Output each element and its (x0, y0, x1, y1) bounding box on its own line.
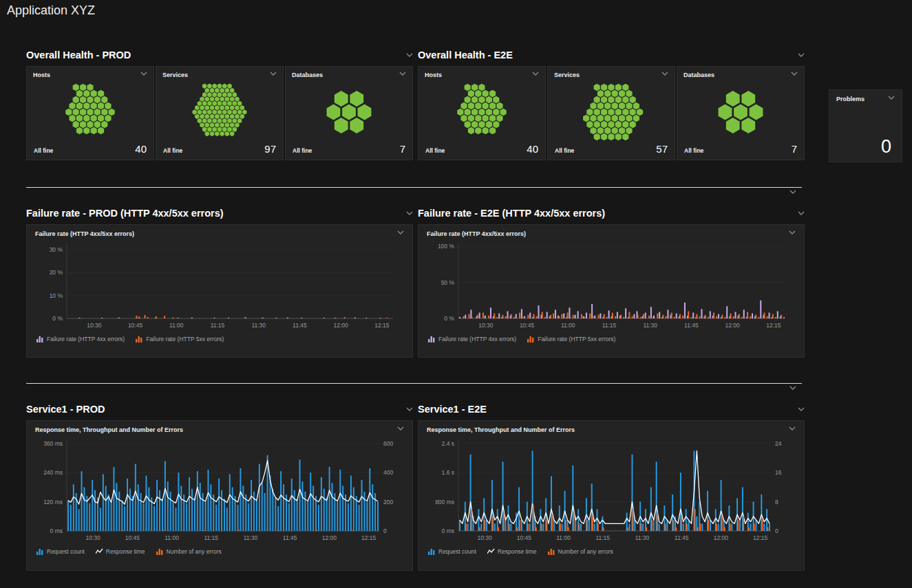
legend-bars-icon (548, 548, 555, 555)
divider (26, 383, 802, 393)
dashboard: Application XYZ Overall Health - PROD Ho… (0, 0, 912, 588)
section-title: Failure rate - PROD (HTTP 4xx/5xx errors… (26, 208, 224, 219)
tile-title: Databases (683, 72, 714, 78)
svg-text:0: 0 (775, 527, 778, 534)
legend-item[interactable]: Failure rate (HTTP 5xx errors) (136, 336, 224, 342)
svg-text:11:30: 11:30 (244, 534, 258, 541)
entity-count: 57 (656, 143, 668, 155)
chevron-down-icon[interactable] (397, 230, 404, 235)
legend-bars-icon (156, 548, 164, 555)
service-metrics-chart-tile[interactable]: Response time, Throughput and Number of … (26, 420, 413, 571)
chevron-down-icon[interactable] (789, 190, 796, 195)
legend-bars-icon (527, 336, 535, 342)
svg-text:20 %: 20 % (50, 269, 63, 276)
entity-count: 7 (792, 143, 797, 155)
hexagon-health-grid (683, 83, 798, 141)
chart-title: Failure rate (HTTP 4xx/5xx errors) (427, 230, 526, 237)
svg-text:10:30: 10:30 (87, 322, 102, 329)
legend-item[interactable]: Request count (36, 548, 85, 555)
chevron-down-icon[interactable] (406, 407, 413, 412)
chart-legend: Request countResponse timeNumber of any … (36, 548, 404, 555)
legend-item[interactable]: Failure rate (HTTP 5xx errors) (527, 336, 615, 342)
legend-item[interactable]: Response time (96, 548, 145, 555)
legend-item[interactable]: Number of any errors (548, 548, 613, 555)
svg-text:0 %: 0 % (444, 315, 454, 322)
legend-label: Failure rate (HTTP 5xx errors) (538, 336, 615, 342)
svg-text:12:15: 12:15 (766, 322, 781, 329)
status-label: All fine (555, 147, 574, 154)
failure-rate-chart-canvas[interactable]: 0 %10 %20 %30 %10:3010:4511:0011:1511:30… (35, 237, 404, 331)
status-label: All fine (163, 147, 182, 154)
service-metrics-chart-tile[interactable]: Response time, Throughput and Number of … (418, 420, 805, 571)
chevron-down-icon[interactable] (789, 230, 796, 235)
health-tile-hosts[interactable]: Hosts All fine 40 (26, 66, 154, 160)
legend-bars-icon (136, 336, 143, 342)
legend-item[interactable]: Failure rate (HTTP 4xx errors) (428, 336, 516, 342)
svg-text:10 %: 10 % (50, 292, 63, 299)
chevron-down-icon[interactable] (270, 72, 277, 76)
health-tile-databases[interactable]: Databases All fine 7 (285, 66, 413, 160)
chart-title: Response time, Throughput and Number of … (35, 426, 183, 433)
chevron-down-icon[interactable] (798, 53, 805, 58)
legend-line-icon (487, 548, 495, 555)
chevron-down-icon[interactable] (532, 72, 539, 76)
svg-text:11:00: 11:00 (556, 534, 571, 541)
service-metrics-chart-canvas[interactable]: 0 ms800 ms1.6 s2.4 s08162410:3010:4511:0… (427, 433, 796, 543)
legend-bars-icon (36, 548, 44, 555)
chevron-down-icon[interactable] (406, 53, 413, 58)
hexagon-health-grid (554, 83, 668, 141)
legend-item[interactable]: Failure rate (HTTP 4xx errors) (36, 336, 125, 342)
svg-text:120 ms: 120 ms (43, 499, 63, 505)
chevron-down-icon[interactable] (888, 96, 895, 100)
legend-item[interactable]: Response time (487, 548, 537, 555)
legend-label: Failure rate (HTTP 5xx errors) (146, 336, 224, 342)
service-metrics-chart-canvas[interactable]: 0 ms120 ms240 ms360 ms020040060010:3010:… (35, 433, 404, 543)
svg-text:11:15: 11:15 (211, 322, 225, 329)
svg-text:240 ms: 240 ms (43, 469, 63, 476)
health-tile-services[interactable]: Services All fine 97 (156, 66, 284, 160)
legend-line-icon (96, 548, 103, 555)
svg-text:10:45: 10:45 (128, 322, 143, 329)
chevron-down-icon[interactable] (661, 72, 668, 76)
chevron-down-icon[interactable] (397, 426, 404, 431)
tile-title: Databases (292, 72, 323, 78)
svg-text:11:00: 11:00 (169, 322, 184, 329)
chevron-down-icon[interactable] (798, 407, 805, 412)
hexagon-health-grid (292, 83, 406, 141)
legend-label: Request count (438, 548, 476, 555)
legend-label: Request count (47, 548, 85, 555)
svg-text:10:45: 10:45 (520, 322, 535, 329)
chevron-down-icon[interactable] (798, 211, 805, 216)
chevron-down-icon[interactable] (789, 386, 796, 391)
svg-text:400: 400 (383, 469, 393, 476)
failure-rate-chart-canvas[interactable]: 0 %50 %100 %10:3010:4511:0011:1511:3011:… (427, 237, 796, 331)
failure-rate-chart-tile[interactable]: Failure rate (HTTP 4xx/5xx errors) 0 %50… (418, 224, 805, 358)
tile-title: Hosts (425, 72, 442, 78)
legend-label: Response time (498, 548, 537, 555)
chart-legend: Failure rate (HTTP 4xx errors)Failure ra… (36, 336, 404, 342)
tile-title: Hosts (33, 72, 50, 78)
chevron-down-icon[interactable] (406, 211, 413, 216)
chevron-down-icon[interactable] (140, 72, 147, 76)
legend-label: Failure rate (HTTP 4xx errors) (47, 336, 125, 342)
svg-text:30 %: 30 % (50, 246, 63, 253)
chevron-down-icon[interactable] (399, 72, 406, 76)
chevron-down-icon[interactable] (791, 72, 798, 76)
section-service1-e2e: Service1 - E2E Response time, Throughput… (418, 402, 805, 571)
section-title: Overall Health - PROD (26, 50, 131, 61)
legend-item[interactable]: Number of any errors (156, 548, 222, 555)
health-tile-services[interactable]: Services All fine 57 (547, 66, 675, 160)
section-failure-prod: Failure rate - PROD (HTTP 4xx/5xx errors… (26, 206, 413, 358)
hexagon-health-grid (425, 83, 539, 141)
tile-title: Services (554, 72, 580, 78)
chevron-down-icon[interactable] (789, 426, 796, 431)
failure-rate-chart-tile[interactable]: Failure rate (HTTP 4xx/5xx errors) 0 %10… (26, 224, 413, 358)
svg-text:12:00: 12:00 (322, 534, 337, 541)
svg-text:10:45: 10:45 (517, 534, 532, 541)
problems-tile[interactable]: Problems 0 (829, 89, 902, 162)
health-tile-hosts[interactable]: Hosts All fine 40 (418, 66, 546, 160)
health-tile-databases[interactable]: Databases All fine 7 (677, 66, 805, 160)
legend-item[interactable]: Request count (428, 548, 476, 555)
svg-text:11:30: 11:30 (251, 322, 266, 329)
svg-text:11:00: 11:00 (561, 322, 575, 329)
